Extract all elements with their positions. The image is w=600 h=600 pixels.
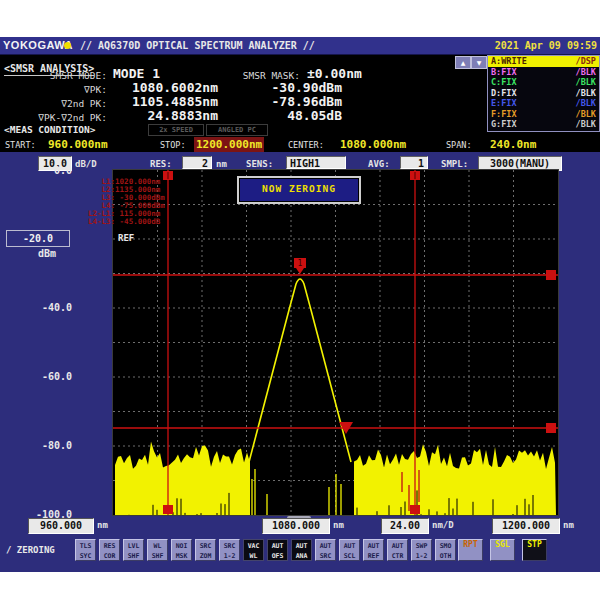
ref-label: REF xyxy=(118,233,134,243)
smpl-field[interactable]: 3000(MANU) xyxy=(478,156,562,171)
datetime: 2021 Apr 09 09:59 xyxy=(495,40,597,51)
level-scale-unit: dB/D xyxy=(75,159,97,169)
L1-bottom-handle[interactable] xyxy=(163,505,173,514)
avg-label: AVG: xyxy=(368,159,390,169)
ylabel-40: -40.0 xyxy=(4,302,72,313)
stop-value[interactable]: 1200.000nm xyxy=(194,137,264,152)
softkey-lvl-shf[interactable]: LVLSHF xyxy=(123,539,144,561)
dialog-text: NOW ZEROING xyxy=(262,183,336,194)
res-unit: nm xyxy=(216,159,227,169)
softkey-aut-ref[interactable]: AUTREF xyxy=(363,539,384,561)
xaxis-stop-unit: nm xyxy=(563,520,574,530)
instrument-screen: YOKOGAWA // AQ6370D OPTICAL SPECTRUM ANA… xyxy=(0,37,600,572)
smsr-diff-wavelength: 24.8883nm xyxy=(110,108,218,123)
trace-e-status: /BLK xyxy=(576,98,596,109)
noise-floor-trace xyxy=(115,442,556,516)
trace-item-e[interactable]: E:FIX /BLK xyxy=(488,98,599,109)
trace-f-status: /BLK xyxy=(576,109,596,120)
start-value[interactable]: 960.000nm xyxy=(48,138,108,151)
center-value[interactable]: 1080.000nm xyxy=(340,138,406,151)
window-title: // AQ6370D OPTICAL SPECTRUM ANALYZER // xyxy=(80,40,315,51)
xaxis-scale-unit: nm/D xyxy=(432,520,454,530)
brand-logo: YOKOGAWA xyxy=(3,39,73,51)
title-bar: YOKOGAWA // AQ6370D OPTICAL SPECTRUM ANA… xyxy=(0,37,600,55)
start-label: START: xyxy=(5,140,36,150)
softkey-src-12[interactable]: SRC1-2 xyxy=(219,539,240,561)
sens-field[interactable]: HIGH1 xyxy=(286,156,346,169)
xaxis-scale-field[interactable]: 24.00 xyxy=(381,518,429,534)
softkey-wl-shf[interactable]: WLSHF xyxy=(147,539,168,561)
softkey-aut-ana[interactable]: AUTANA xyxy=(291,539,312,561)
xaxis-start-field[interactable]: 960.000 xyxy=(28,518,94,534)
smsr-mask-value[interactable]: ±0.00nm xyxy=(307,66,362,81)
stop-sweep-button[interactable]: STP xyxy=(522,539,547,561)
trace-d-status: /BLK xyxy=(576,88,596,99)
res-label: RES: xyxy=(150,159,172,169)
smsr-diff-label: ∇PK-∇2nd PK: xyxy=(0,112,107,123)
softkey-aut-ofs[interactable]: AUTOFS xyxy=(267,539,288,561)
trace-a-label: A:WRITE xyxy=(491,56,527,67)
meas-section-title: <MEAS CONDITION> xyxy=(4,124,96,135)
softkey-smo-oth[interactable]: SMOOTH xyxy=(435,539,456,561)
trace-item-g[interactable]: G:FIX /BLK xyxy=(488,119,599,130)
single-sweep-button[interactable]: SGL xyxy=(490,539,515,561)
smsr-mode-value[interactable]: MODE 1 xyxy=(113,66,160,81)
trace-item-b[interactable]: B:FIX /BLK xyxy=(488,67,599,78)
span-value[interactable]: 240.0nm xyxy=(490,138,536,151)
trace-c-status: /BLK xyxy=(576,77,596,88)
smsr-mode-label: SMSR MODE: xyxy=(0,70,107,81)
pk-wavelength: 1080.6002nm xyxy=(110,80,218,95)
trace-b-status: /BLK xyxy=(576,67,596,78)
softkey-aut-ctr[interactable]: AUTCTR xyxy=(387,539,408,561)
softkey-vac-wl[interactable]: VACWL xyxy=(243,539,264,561)
ref-level-box[interactable]: -20.0 xyxy=(6,230,70,247)
softkey-swp-12[interactable]: SWP1-2 xyxy=(411,539,432,561)
down-arrow-icon: ▼ xyxy=(477,59,482,66)
softkey-status: / ZEROING xyxy=(6,545,55,555)
line-marker-readout: L1:1020.000nm L2:1135.000nm L3: -30.000d… xyxy=(88,178,165,226)
sens-label: SENS: xyxy=(246,159,273,169)
pk2-wavelength: 1105.4885nm xyxy=(110,94,218,109)
trace-b-label: B:FIX xyxy=(491,67,517,78)
xaxis-center-unit: nm xyxy=(333,520,344,530)
connector-badge: ANGLED PC xyxy=(206,124,268,136)
menu-down-button[interactable]: ▼ xyxy=(471,56,487,69)
softkey-aut-scl[interactable]: AUTSCL xyxy=(339,539,360,561)
xaxis-start-unit: nm xyxy=(97,520,108,530)
trace-item-a[interactable]: A:WRITE /DSP xyxy=(488,56,599,67)
L3-right-handle[interactable] xyxy=(546,270,556,280)
avg-field[interactable]: 1 xyxy=(400,156,428,169)
L2-bottom-handle[interactable] xyxy=(410,505,420,514)
pk-label: ∇PK: xyxy=(0,84,107,95)
now-zeroing-dialog: NOW ZEROING xyxy=(237,176,361,204)
xaxis-stop-field[interactable]: 1200.000 xyxy=(492,518,560,534)
up-arrow-icon: ▲ xyxy=(461,59,466,66)
L4-right-handle[interactable] xyxy=(546,423,556,433)
softkey-aut-src[interactable]: AUTSRC xyxy=(315,539,336,561)
trace-item-c[interactable]: C:FIX /BLK xyxy=(488,77,599,88)
pk-level: -30.90dBm xyxy=(228,80,342,95)
speed-badge: 2x SPEED xyxy=(148,124,204,136)
menu-up-button[interactable]: ▲ xyxy=(455,56,471,69)
res-field[interactable]: 2 xyxy=(182,156,212,169)
pk2-label: ∇2nd PK: xyxy=(0,98,107,109)
ylabel-60: -60.0 xyxy=(4,371,72,382)
trace-a-status: /DSP xyxy=(576,56,596,67)
xaxis-center-field[interactable]: 1080.000 xyxy=(262,518,330,534)
trace-item-d[interactable]: D:FIX /BLK xyxy=(488,88,599,99)
softkey-res-cor[interactable]: RESCOR xyxy=(99,539,120,561)
y-unit-label: dBm xyxy=(38,248,56,259)
trace-item-f[interactable]: F:FIX /BLK xyxy=(488,109,599,120)
ylabel-0: 0.0 xyxy=(4,165,72,176)
peak-marker-number: 1 xyxy=(298,259,303,268)
softkey-src-zom[interactable]: SRCZOM xyxy=(195,539,216,561)
brand-dot-icon xyxy=(64,42,71,49)
trace-g-status: /BLK xyxy=(576,119,596,130)
spectrum-plot: 1 xyxy=(113,170,558,515)
softkey-noi-msk[interactable]: NOIMSK xyxy=(171,539,192,561)
trace-c-label: C:FIX xyxy=(491,77,517,88)
smsr-diff-level: 48.05dB xyxy=(228,108,342,123)
trace-menu: A:WRITE /DSP B:FIX /BLK C:FIX /BLK D:FIX… xyxy=(487,55,600,132)
repeat-sweep-button[interactable]: RPT xyxy=(458,539,483,561)
softkey-tls-syc[interactable]: TLSSYC xyxy=(75,539,96,561)
